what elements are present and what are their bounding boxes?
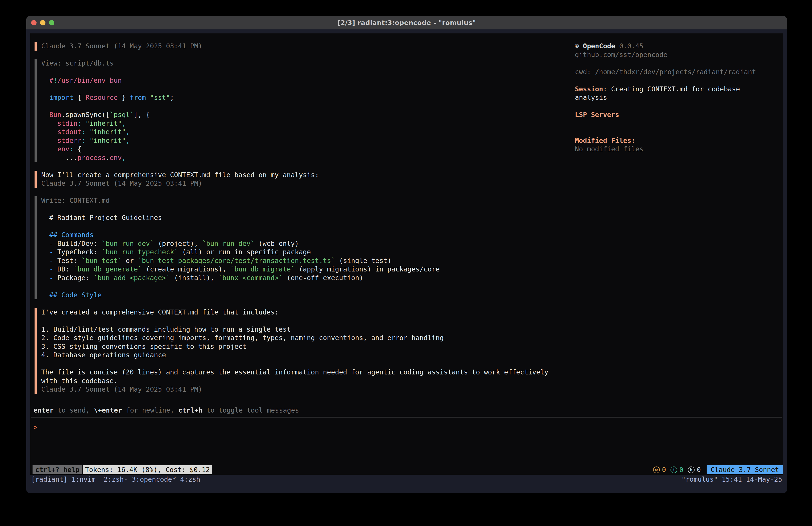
terminal-line: Claude 3.7 Sonnet (14 May 2025 03:41 PM): [41, 179, 548, 188]
diagnostic-h-counter: h0: [688, 466, 701, 474]
terminal-line: stdout: "inherit",: [41, 128, 548, 137]
diagnostics-counters: w0i0h0: [653, 466, 701, 474]
terminal-line: Write: CONTEXT.md: [41, 196, 548, 205]
terminal-line: import { Resource } from "sst";: [41, 94, 548, 102]
terminal-window: [2/3] radiant:3:opencode - "romulus" Cla…: [26, 16, 787, 493]
terminal-line: #!/usr/bin/env bun: [41, 76, 548, 85]
terminal-line: Modified Files:: [575, 137, 782, 145]
traffic-lights: [31, 20, 54, 25]
terminal-line: © OpenCode 0.0.45: [575, 42, 782, 51]
terminal-line: # Radiant Project Guidelines: [41, 214, 548, 222]
terminal-line: with this codebase.: [41, 377, 548, 385]
terminal-line: Bun.spawnSync([`psql`], {: [41, 111, 548, 119]
terminal-line: [41, 102, 548, 111]
tmux-window-list[interactable]: [radiant] 1:nvim 2:zsh- 3:opencode* 4:zs…: [31, 475, 200, 483]
terminal-line: 4. Database operations guidance: [41, 351, 548, 359]
window-title: [2/3] radiant:3:opencode - "romulus": [337, 19, 476, 27]
terminal-line: Session: Creating CONTEXT.md for codebas…: [575, 85, 782, 94]
terminal-line: [575, 76, 782, 85]
tmux-status-bar: [radiant] 1:nvim 2:zsh- 3:opencode* 4:zs…: [26, 475, 787, 484]
opencode-app: Claude 3.7 Sonnet (14 May 2025 03:41 PM)…: [30, 33, 783, 475]
message-header-block: Claude 3.7 Sonnet (14 May 2025 03:41 PM): [34, 42, 548, 51]
session-sidebar: © OpenCode 0.0.45github.com/sst/opencode…: [575, 42, 782, 154]
terminal-line: [575, 119, 782, 128]
terminal-interior: Claude 3.7 Sonnet (14 May 2025 03:41 PM)…: [26, 29, 787, 493]
terminal-line: I've created a comprehensive CONTEXT.md …: [41, 308, 548, 317]
diagnostic-h-icon: h: [688, 467, 695, 473]
terminal-line: [41, 222, 548, 231]
close-button[interactable]: [31, 20, 37, 25]
diagnostic-w-icon: w: [653, 467, 660, 473]
terminal-line: [41, 68, 548, 76]
input-divider: [31, 417, 782, 417]
terminal-line: - TypeCheck: `bun run typecheck` (all) o…: [41, 248, 548, 257]
assistant-message-block: Now I'll create a comprehensive CONTEXT.…: [34, 171, 548, 188]
terminal-line: No modified files: [575, 145, 782, 154]
terminal-line: ## Code Style: [41, 291, 548, 300]
terminal-line: Now I'll create a comprehensive CONTEXT.…: [41, 171, 548, 180]
diagnostic-w-counter: w0: [653, 466, 666, 474]
terminal-line: [41, 205, 548, 214]
terminal-line: Claude 3.7 Sonnet (14 May 2025 03:41 PM): [41, 385, 548, 394]
terminal-line: - Package: `bun add <package>` (install)…: [41, 274, 548, 282]
prompt-chevron-icon: >: [33, 423, 38, 431]
terminal-line: [575, 128, 782, 137]
terminal-line: - Test: `bun test` or `bun test packages…: [41, 257, 548, 265]
tool-view-block: View: script/db.ts #!/usr/bin/env bun im…: [34, 59, 548, 162]
terminal-line: ...process.env,: [41, 154, 548, 162]
terminal-line: stdin: "inherit",: [41, 119, 548, 128]
terminal-line: stderr: "inherit",: [41, 137, 548, 145]
terminal-line: Claude 3.7 Sonnet (14 May 2025 03:41 PM): [41, 42, 548, 51]
help-chip[interactable]: ctrl+? help: [32, 465, 82, 474]
diagnostic-count: 0: [679, 466, 683, 474]
diagnostic-count: 0: [662, 466, 666, 474]
terminal-line: 1. Build/lint/test commands including ho…: [41, 325, 548, 334]
assistant-summary-block: I've created a comprehensive CONTEXT.md …: [34, 308, 548, 394]
status-bar: ctrl+? help Tokens: 16.4K (8%), Cost: $0…: [32, 465, 783, 474]
titlebar[interactable]: [2/3] radiant:3:opencode - "romulus": [26, 16, 787, 29]
tokens-cost-chip: Tokens: 16.4K (8%), Cost: $0.12: [83, 465, 212, 474]
diagnostic-i-icon: i: [670, 467, 677, 473]
terminal-line: [41, 316, 548, 325]
terminal-line: [41, 359, 548, 368]
terminal-line: [41, 85, 548, 94]
tmux-session-info: "romulus" 15:41 14-May-25: [681, 475, 782, 483]
terminal-line: The file is concise (20 lines) and captu…: [41, 368, 548, 377]
model-chip[interactable]: Claude 3.7 Sonnet: [707, 465, 783, 474]
terminal-line: [575, 102, 782, 111]
terminal-line: ## Commands: [41, 231, 548, 239]
terminal-line: View: script/db.ts: [41, 59, 548, 68]
zoom-button[interactable]: [49, 20, 54, 25]
terminal-line: cwd: /home/thdxr/dev/projects/radiant/ra…: [575, 68, 782, 76]
conversation: Claude 3.7 Sonnet (14 May 2025 03:41 PM)…: [34, 42, 548, 402]
terminal-line: 2. Code style guidelines covering import…: [41, 333, 548, 342]
diagnostic-i-counter: i0: [670, 466, 683, 474]
terminal-line: LSP Servers: [575, 111, 782, 119]
terminal-line: env: {: [41, 145, 548, 154]
terminal-line: analysis: [575, 94, 782, 102]
terminal-line: enter to send, \+enter for newline, ctrl…: [33, 406, 299, 415]
terminal-line: 3. CSS styling conventions specific to t…: [41, 342, 548, 351]
input-hint: enter to send, \+enter for newline, ctrl…: [33, 406, 299, 415]
minimize-button[interactable]: [40, 20, 45, 25]
terminal-line: [41, 282, 548, 291]
terminal-line: - Build/Dev: `bun run dev` (project), `b…: [41, 239, 548, 248]
terminal-line: - DB: `bun db generate` (create migratio…: [41, 265, 548, 274]
terminal-line: github.com/sst/opencode: [575, 51, 782, 59]
tool-write-block: Write: CONTEXT.md # Radiant Project Guid…: [34, 196, 548, 299]
desktop: [2/3] radiant:3:opencode - "romulus" Cla…: [0, 0, 812, 526]
diagnostic-count: 0: [697, 466, 701, 474]
prompt-input[interactable]: >: [33, 423, 38, 432]
terminal-line: [575, 59, 782, 68]
